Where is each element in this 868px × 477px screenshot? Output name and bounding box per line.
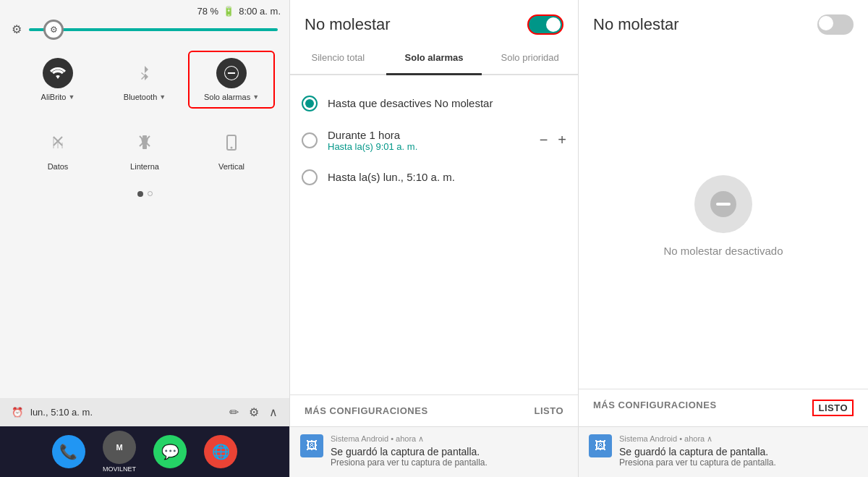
tiles-row-1: AliBrito ▼ Bluetooth ▼ xyxy=(0,45,289,114)
tile-datos-label: Datos xyxy=(48,162,69,171)
nm-tabs: Silencio total Solo alarmas Solo priorid… xyxy=(290,43,578,75)
svg-rect-13 xyxy=(716,203,731,206)
brightness-row: ⚙ ⚙ xyxy=(0,20,289,45)
notif-body: Presiona para ver tu captura de pantalla… xyxy=(331,457,568,468)
nm-more-config-inactive-btn[interactable]: MÁS CONFIGURACIONES xyxy=(593,400,717,416)
chrome-app-icon: 🌐 xyxy=(204,435,237,468)
nm-toggle-off[interactable] xyxy=(817,14,854,35)
whatsapp-app-icon: 💬 xyxy=(153,435,187,468)
tile-bluetooth-arrow: ▼ xyxy=(159,93,166,101)
movilnet-label: MOVILNET xyxy=(103,465,136,473)
battery-icon: 🔋 xyxy=(223,6,234,17)
nm-option-3-title: Hasta la(s) lun., 5:10 a. m. xyxy=(328,171,566,183)
notif-icon: 🖼 xyxy=(300,434,323,457)
tiles-row-2: Datos Linterna xyxy=(0,114,289,184)
nm-option-2[interactable]: Durante 1 hora Hasta la(s) 9:01 a. m. − … xyxy=(302,120,566,161)
chevron-up-icon[interactable]: ∧ xyxy=(269,405,278,419)
nm-more-config-btn[interactable]: MÁS CONFIGURACIONES xyxy=(305,405,428,416)
nm-toggle-on[interactable] xyxy=(527,14,563,35)
nm-disabled-content: No molestar desactivado xyxy=(579,43,868,389)
notif-chevron: ∧ xyxy=(418,434,424,443)
radio-empty-2 xyxy=(302,132,318,148)
tile-solo-alarmas-label: Solo alarmas ▼ xyxy=(204,93,259,101)
nm-stepper: − + xyxy=(540,132,566,148)
tile-linterna-label: Linterna xyxy=(130,162,159,171)
notification-bar-inactive: 🖼 Sistema Android • ahora ∧ Se guardó la… xyxy=(579,426,868,477)
nm-option-2-text: Durante 1 hora Hasta la(s) 9:01 a. m. xyxy=(328,129,529,152)
tab-silencio[interactable]: Silencio total xyxy=(290,43,386,74)
notif-icon-inactive: 🖼 xyxy=(589,434,612,457)
nm-disabled-icon xyxy=(694,175,752,233)
dot-1 xyxy=(137,191,143,197)
edit-icon[interactable]: ✏ xyxy=(229,405,239,419)
notif-header-inactive: Sistema Android • ahora ∧ xyxy=(619,434,858,444)
nm-footer-inactive: MÁS CONFIGURACIONES LISTO xyxy=(579,389,868,426)
nm-active-header: No molestar xyxy=(290,0,578,43)
tab-solo-alarmas[interactable]: Solo alarmas xyxy=(386,43,482,75)
nm-option-2-title: Durante 1 hora xyxy=(328,129,529,141)
phone-portrait-icon xyxy=(216,127,247,158)
nm-done-inactive-btn[interactable]: LISTO xyxy=(812,400,854,416)
radio-inner-dot xyxy=(305,99,314,108)
tile-bluetooth[interactable]: Bluetooth ▼ xyxy=(101,51,188,109)
notif-time-inactive: ahora xyxy=(684,434,705,443)
stepper-minus[interactable]: − xyxy=(540,132,548,148)
taskbar: 📞 M MOVILNET 💬 🌐 xyxy=(0,426,289,477)
flashlight-icon xyxy=(129,127,160,158)
battery-level: 78 % xyxy=(197,6,219,17)
notification-bar-active: 🖼 Sistema Android • ahora ∧ Se guardó la… xyxy=(290,426,578,477)
movilnet-app-icon: M xyxy=(103,431,136,464)
nm-option-2-sub: Hasta la(s) 9:01 a. m. xyxy=(328,141,529,152)
dot-2 xyxy=(148,191,153,196)
svg-rect-2 xyxy=(228,72,235,74)
clock: 8:00 a. m. xyxy=(239,6,281,17)
minus-circle-icon xyxy=(216,58,247,88)
nm-disabled-text: No molestar desactivado xyxy=(663,245,783,257)
tile-alibrito[interactable]: AliBrito ▼ xyxy=(14,51,101,109)
no-molestar-inactive-panel: No molestar No molestar desactivado MÁS … xyxy=(579,0,868,477)
status-bar: 78 % 🔋 8:00 a. m. xyxy=(0,0,289,20)
tile-datos[interactable]: Datos xyxy=(14,120,101,178)
alarm-icon: ⏰ xyxy=(12,407,23,418)
stepper-plus[interactable]: + xyxy=(558,132,566,148)
tab-solo-prioridad[interactable]: Solo prioridad xyxy=(482,43,578,74)
nm-inactive-header: No molestar xyxy=(579,0,868,43)
nm-option-1-title: Hasta que desactives No molestar xyxy=(328,97,566,109)
notif-app: Sistema Android xyxy=(331,434,388,443)
nm-done-btn[interactable]: LISTO xyxy=(534,405,563,416)
nm-inactive-title: No molestar xyxy=(593,15,679,34)
tile-linterna[interactable]: Linterna xyxy=(101,120,188,178)
notif-body-inactive: Presiona para ver tu captura de pantalla… xyxy=(619,457,858,468)
tile-bluetooth-label: Bluetooth ▼ xyxy=(124,93,166,101)
nm-option-3-text: Hasta la(s) lun., 5:10 a. m. xyxy=(328,171,566,183)
brightness-thumb[interactable]: ⚙ xyxy=(43,20,64,40)
settings-icon[interactable]: ⚙ xyxy=(249,405,259,419)
taskbar-whatsapp[interactable]: 💬 xyxy=(153,435,187,468)
bottom-bar: ⏰ lun., 5:10 a. m. ✏ ⚙ ∧ xyxy=(0,398,289,426)
nm-option-3[interactable]: Hasta la(s) lun., 5:10 a. m. xyxy=(302,161,566,194)
data-icon xyxy=(43,127,73,158)
brightness-slider[interactable]: ⚙ xyxy=(29,28,278,31)
nm-active-title: No molestar xyxy=(305,15,391,34)
tile-alibrito-arrow: ▼ xyxy=(68,93,75,101)
notif-title: Se guardó la captura de pantalla. xyxy=(331,446,568,457)
nm-option-1[interactable]: Hasta que desactives No molestar xyxy=(302,87,566,120)
notif-header: Sistema Android • ahora ∧ xyxy=(331,434,568,444)
taskbar-phone[interactable]: 📞 xyxy=(52,435,85,468)
notif-content-inactive: Sistema Android • ahora ∧ Se guardó la c… xyxy=(619,434,858,468)
tile-solo-alarmas[interactable]: Solo alarmas ▼ xyxy=(188,51,275,109)
notif-time: ahora xyxy=(396,434,416,443)
taskbar-movilnet[interactable]: M MOVILNET xyxy=(103,431,136,473)
taskbar-chrome[interactable]: 🌐 xyxy=(204,435,237,468)
nm-options: Hasta que desactives No molestar Durante… xyxy=(290,81,578,394)
tile-vertical-label: Vertical xyxy=(218,162,244,171)
bottom-bar-icons: ✏ ⚙ ∧ xyxy=(229,405,278,419)
dots-indicator xyxy=(0,184,289,204)
quick-settings-panel: 78 % 🔋 8:00 a. m. ⚙ ⚙ AliBrito ▼ xyxy=(0,0,289,477)
radio-selected xyxy=(302,96,318,111)
svg-rect-5 xyxy=(142,135,147,138)
phone-app-icon: 📞 xyxy=(52,435,85,468)
svg-rect-7 xyxy=(142,145,147,149)
radio-empty-3 xyxy=(302,169,318,185)
tile-vertical[interactable]: Vertical xyxy=(188,120,275,178)
